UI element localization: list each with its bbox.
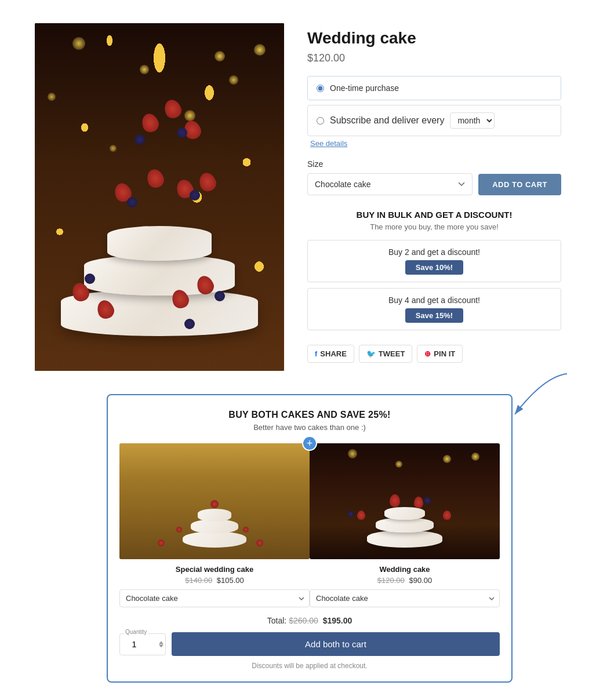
arrow-indicator [497, 371, 573, 423]
share-button[interactable]: f SHARE [307, 345, 354, 363]
bundle-product-2-discounted-price: $90.00 [409, 576, 432, 585]
add-to-cart-button[interactable]: ADD TO CART [478, 174, 561, 195]
size-select[interactable]: Chocolate cake [307, 173, 473, 195]
bundle-product-2-name: Wedding cake [310, 565, 500, 574]
size-add-row: Chocolate cake ADD TO CART [307, 173, 561, 195]
product-title: Wedding cake [307, 29, 561, 48]
pin-button[interactable]: ⊕ PIN IT [417, 345, 463, 363]
bundle-product-1-original-price: $140.00 [185, 576, 212, 585]
share-label: SHARE [320, 349, 347, 358]
bundle-products: Special wedding cake $140.00 $105.00 Cho… [119, 443, 500, 607]
bundle-product-2-image [310, 443, 500, 559]
bulk-offer-1: Buy 2 and get a discount! Save 10%! [307, 240, 561, 282]
one-time-radio[interactable] [317, 85, 324, 92]
twitter-icon: 🐦 [366, 349, 376, 358]
quantity-down-arrow[interactable] [159, 644, 163, 647]
product-details: Wedding cake $120.00 One-time purchase S… [307, 23, 561, 371]
bundle-product-2-size-select[interactable]: Chocolate cake [310, 589, 500, 607]
bundle-total-discounted: $195.00 [323, 616, 352, 625]
plus-circle: + [302, 436, 317, 451]
bundle-subtitle: Better have two cakes than one :) [119, 423, 500, 432]
one-time-label: One-time purchase [330, 83, 399, 93]
bundle-product-1-size-select[interactable]: Chocolate cake [119, 589, 310, 607]
bundle-product-2: Wedding cake $120.00 $90.00 Chocolate ca… [310, 443, 500, 607]
bundle-product-1: Special wedding cake $140.00 $105.00 Cho… [119, 443, 310, 607]
subscribe-interval-select[interactable]: month [450, 112, 495, 129]
bundle-product-1-discounted-price: $105.00 [217, 576, 244, 585]
bundle-box: BUY BOTH CAKES AND SAVE 25%! Better have… [107, 394, 513, 683]
pinterest-icon: ⊕ [424, 349, 431, 358]
facebook-icon: f [315, 349, 317, 358]
bundle-section-wrapper: BUY BOTH CAKES AND SAVE 25%! Better have… [12, 382, 584, 700]
bundle-title: BUY BOTH CAKES AND SAVE 25%! [119, 410, 500, 420]
subscribe-option[interactable]: Subscribe and deliver every month [307, 105, 561, 136]
product-section: Wedding cake $120.00 One-time purchase S… [12, 12, 584, 382]
tweet-label: TWEET [379, 349, 405, 358]
quantity-wrapper: Quantity [119, 633, 166, 655]
bundle-total-original: $260.00 [289, 616, 318, 625]
product-price: $120.00 [307, 52, 561, 64]
bundle-product-2-original-price: $120.00 [377, 576, 405, 585]
bulk-subtitle: The more you buy, the more you save! [307, 223, 561, 231]
subscribe-label: Subscribe and deliver every [330, 115, 444, 126]
bundle-total-label: Total: [267, 616, 286, 625]
bundle-product-2-pricing: $120.00 $90.00 [310, 576, 500, 585]
bundle-product-1-image [119, 443, 310, 559]
add-both-button[interactable]: Add both to cart [172, 632, 500, 656]
subscribe-radio[interactable] [317, 117, 324, 125]
bundle-product-1-name: Special wedding cake [119, 565, 310, 574]
quantity-label: Quantity [124, 629, 148, 635]
bulk-offer-1-text: Buy 2 and get a discount! [315, 247, 554, 257]
bundle-total-row: Total: $260.00 $195.00 [119, 616, 500, 625]
bulk-offer-2: Buy 4 and get a discount! Save 15%! [307, 288, 561, 330]
bulk-discount-section: BUY IN BULK AND GET A DISCOUNT! The more… [307, 210, 561, 330]
see-details-link[interactable]: See details [307, 139, 561, 148]
save-badge-2[interactable]: Save 15%! [405, 308, 463, 323]
quantity-arrows [159, 641, 163, 647]
pin-label: PIN IT [434, 349, 455, 358]
product-image [35, 23, 284, 371]
bulk-title: BUY IN BULK AND GET A DISCOUNT! [307, 210, 561, 220]
bulk-offer-2-text: Buy 4 and get a discount! [315, 296, 554, 305]
bundle-product-1-pricing: $140.00 $105.00 [119, 576, 310, 585]
quantity-up-arrow[interactable] [159, 641, 163, 644]
product-image-container [35, 23, 284, 371]
save-badge-1[interactable]: Save 10%! [405, 260, 463, 275]
bundle-disclaimer: Discounts will be applied at checkout. [119, 662, 500, 670]
bundle-add-row: Quantity Add both to cart [119, 632, 500, 656]
size-label: Size [307, 159, 561, 169]
one-time-purchase-option[interactable]: One-time purchase [307, 76, 561, 100]
tweet-button[interactable]: 🐦 TWEET [359, 345, 413, 363]
social-buttons: f SHARE 🐦 TWEET ⊕ PIN IT [307, 345, 561, 363]
